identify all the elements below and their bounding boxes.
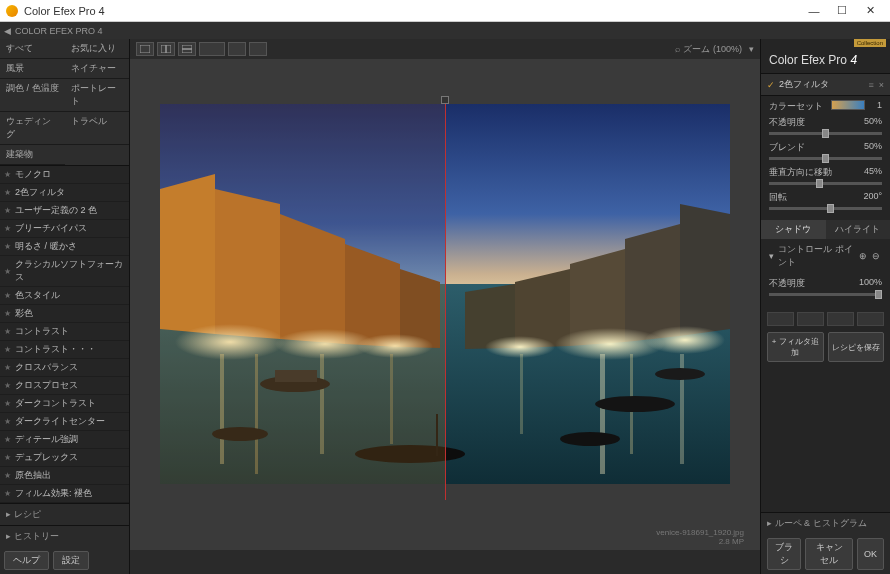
category-3[interactable]: ネイチャー (65, 59, 130, 79)
left-panel: すべてお気に入り風景ネイチャー調色 / 色温度ポートレートウェディングトラベル建… (0, 39, 130, 574)
filter-item[interactable]: ★クラシカルソフトフォーカス (0, 256, 129, 287)
filter-item[interactable]: ★ブリーチバイパス (0, 220, 129, 238)
star-icon[interactable]: ★ (4, 309, 11, 318)
zoom-label[interactable]: ズーム (100%) (683, 43, 742, 56)
star-icon[interactable]: ★ (4, 242, 11, 251)
compare-handle-icon[interactable] (441, 96, 449, 104)
filter-item[interactable]: ★クロスバランス (0, 359, 129, 377)
filter-label: コントラスト・・・ (15, 343, 96, 356)
reorder-icon[interactable]: ≡ (868, 80, 872, 90)
star-icon[interactable]: ★ (4, 170, 11, 179)
star-icon[interactable]: ★ (4, 363, 11, 372)
view-aux2-icon[interactable] (249, 42, 267, 56)
star-icon[interactable]: ★ (4, 224, 11, 233)
brush-button[interactable]: ブラシ (767, 538, 801, 570)
close-button[interactable]: ✕ (856, 4, 884, 17)
filter-item[interactable]: ★ダークライトセンター (0, 413, 129, 431)
zoom-search-icon: ⌕ (675, 44, 680, 54)
preset-slot-1[interactable] (767, 312, 794, 326)
svg-marker-13 (680, 204, 730, 336)
add-filter-button[interactable]: + フィルタ追加 (767, 332, 824, 362)
view-aux1-icon[interactable] (228, 42, 246, 56)
brand-label: Color Efex Pro 4 (761, 47, 890, 73)
preset-slot-2[interactable] (797, 312, 824, 326)
filter-item[interactable]: ★フィルム効果: 褪色 (0, 485, 129, 503)
filter-item[interactable]: ★ユーザー定義の 2 色 (0, 202, 129, 220)
file-megapixels: 2.8 MP (719, 537, 744, 546)
category-0[interactable]: すべて (0, 39, 65, 59)
filter-item[interactable]: ★彩色 (0, 305, 129, 323)
category-1[interactable]: お気に入り (65, 39, 130, 59)
preset-row (761, 306, 890, 332)
view-single-icon[interactable] (136, 42, 154, 56)
save-recipe-button[interactable]: レシピを保存 (828, 332, 885, 362)
star-icon[interactable]: ★ (4, 471, 11, 480)
filter-label: クロスプロセス (15, 379, 78, 392)
star-icon[interactable]: ★ (4, 399, 11, 408)
filter-item[interactable]: ★明るさ / 暖かさ (0, 238, 129, 256)
filter-label: 明るさ / 暖かさ (15, 240, 77, 253)
sub-header: ◀ COLOR EFEX PRO 4 (0, 22, 890, 39)
filter-item[interactable]: ★コントラスト (0, 323, 129, 341)
star-icon[interactable]: ★ (4, 489, 11, 498)
filter-item[interactable]: ★コントラスト・・・ (0, 341, 129, 359)
settings-button[interactable]: 設定 (53, 551, 89, 570)
chevron-down-icon[interactable]: ▾ (749, 44, 754, 54)
category-4[interactable]: 調色 / 色温度 (0, 79, 65, 112)
filter-list[interactable]: ★モノクロ★2色フィルタ★ユーザー定義の 2 色★ブリーチバイパス★明るさ / … (0, 166, 129, 503)
image-canvas[interactable] (130, 59, 760, 528)
cp-add-minus-icon[interactable]: ⊖ (870, 249, 882, 263)
param-slider[interactable] (769, 207, 882, 210)
close-filter-icon[interactable]: × (879, 80, 884, 90)
colorset-swatch[interactable] (831, 100, 865, 110)
filter-item[interactable]: ★クロスプロセス (0, 377, 129, 395)
filter-item[interactable]: ★ダークコントラスト (0, 395, 129, 413)
view-split-v-icon[interactable] (178, 42, 196, 56)
filter-item[interactable]: ★デュプレックス (0, 449, 129, 467)
category-7[interactable]: トラベル (65, 112, 130, 145)
cp-opacity-slider[interactable] (769, 293, 882, 296)
current-filter-header[interactable]: ✓ 2色フィルタ ≡ × (761, 73, 890, 96)
ok-button[interactable]: OK (857, 538, 884, 570)
help-button[interactable]: ヘルプ (4, 551, 49, 570)
filter-item[interactable]: ★色スタイル (0, 287, 129, 305)
star-icon[interactable]: ★ (4, 291, 11, 300)
shadow-tab[interactable]: シャドウ (761, 220, 826, 239)
chevron-icon: ▸ (6, 509, 11, 519)
filter-item[interactable]: ★モノクロ (0, 166, 129, 184)
cp-add-plus-icon[interactable]: ⊕ (857, 249, 869, 263)
filter-label: 原色抽出 (15, 469, 51, 482)
chevron-down-icon[interactable]: ▾ (769, 251, 774, 261)
star-icon[interactable]: ★ (4, 267, 11, 276)
svg-rect-0 (140, 45, 150, 53)
star-icon[interactable]: ★ (4, 188, 11, 197)
category-6[interactable]: ウェディング (0, 112, 65, 145)
preset-slot-4[interactable] (857, 312, 884, 326)
filter-item[interactable]: ★ディテール強調 (0, 431, 129, 449)
view-compare-icon[interactable] (199, 42, 225, 56)
filter-item[interactable]: ★原色抽出 (0, 467, 129, 485)
category-2[interactable]: 風景 (0, 59, 65, 79)
loupe-histogram-section[interactable]: ▸ ルーペ & ヒストグラム (761, 512, 890, 534)
star-icon[interactable]: ★ (4, 453, 11, 462)
category-8[interactable]: 建築物 (0, 145, 65, 165)
param-slider[interactable] (769, 132, 882, 135)
star-icon[interactable]: ★ (4, 435, 11, 444)
filter-item[interactable]: ★2色フィルタ (0, 184, 129, 202)
star-icon[interactable]: ★ (4, 206, 11, 215)
param-value: 50% (864, 141, 882, 154)
compare-divider[interactable] (445, 98, 446, 500)
category-5[interactable]: ポートレート (65, 79, 130, 112)
minimize-button[interactable]: — (800, 5, 828, 17)
view-split-h-icon[interactable] (157, 42, 175, 56)
star-icon[interactable]: ★ (4, 327, 11, 336)
cancel-button[interactable]: キャンセル (805, 538, 853, 570)
param-slider[interactable] (769, 182, 882, 185)
highlight-tab[interactable]: ハイライト (826, 220, 891, 239)
star-icon[interactable]: ★ (4, 417, 11, 426)
param-slider[interactable] (769, 157, 882, 160)
maximize-button[interactable]: ☐ (828, 4, 856, 17)
star-icon[interactable]: ★ (4, 381, 11, 390)
preset-slot-3[interactable] (827, 312, 854, 326)
star-icon[interactable]: ★ (4, 345, 11, 354)
